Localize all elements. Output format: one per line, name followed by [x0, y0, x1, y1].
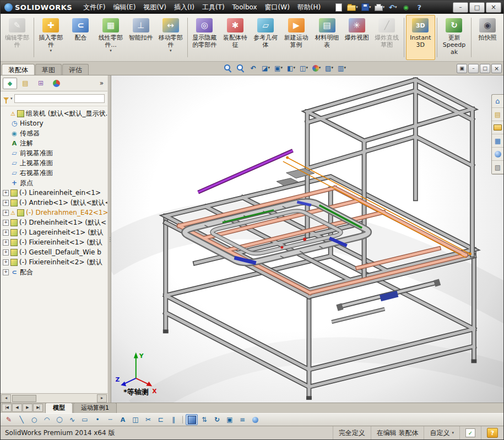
tree-item[interactable]: 上视基准面	[2, 158, 107, 168]
headsup-button[interactable]	[235, 63, 246, 73]
menu-item[interactable]: 插入(I)	[170, 1, 198, 14]
model-3d-view[interactable]: Y X Z	[111, 75, 503, 403]
panel-horizontal-scrollbar[interactable]	[1, 393, 107, 403]
model-tab-nav-button[interactable]	[12, 404, 22, 412]
statusbar-cell[interactable]: 在编辑 装配体	[371, 426, 424, 439]
ribbon-button[interactable]: 线性零部件...	[95, 15, 126, 60]
sketch-tool-button[interactable]	[41, 414, 53, 425]
tree-expand-toggle[interactable]	[3, 230, 9, 236]
tree-item[interactable]: History	[2, 118, 107, 128]
ribbon-button[interactable]	[187, 18, 188, 57]
panel-splitter[interactable]	[107, 75, 111, 403]
document-window-button[interactable]	[457, 64, 467, 73]
tree-item[interactable]: (-) Drehrahmen_E42<1>	[2, 208, 107, 218]
task-pane-button[interactable]	[492, 134, 503, 148]
model-tab-nav-button[interactable]	[33, 404, 43, 412]
featuremanager-tab[interactable]	[49, 78, 63, 89]
quick-tool-button[interactable]	[413, 2, 425, 13]
panel-overflow-chevron[interactable]: »	[98, 79, 105, 87]
sketch-tool-button[interactable]	[53, 414, 66, 425]
tree-expand-toggle[interactable]	[3, 200, 9, 206]
statusbar-cell[interactable]: 完全定义	[333, 426, 371, 439]
ribbon-button[interactable]: 材料明细表	[312, 15, 342, 60]
tree-expand-toggle[interactable]	[3, 190, 9, 196]
ribbon-button[interactable]	[437, 18, 437, 57]
tree-item[interactable]: 原点	[2, 178, 107, 188]
ribbon-button[interactable]: 插入零部件	[36, 15, 66, 60]
menu-item[interactable]: 工具(T)	[198, 1, 229, 14]
tree-item[interactable]: (-) Antrieb<1> (默认<默认<	[2, 198, 107, 208]
sketch-tool-button[interactable]	[79, 414, 91, 425]
ribbon-button[interactable]: 配合	[66, 15, 95, 60]
ribbon-button[interactable]	[471, 18, 472, 57]
sketch-tool-button[interactable]	[186, 414, 198, 425]
task-pane-button[interactable]	[492, 95, 503, 108]
tree-item[interactable]: 注解	[2, 138, 107, 148]
tree-item[interactable]: (-) Lagereinheit<1> (默认	[2, 227, 107, 237]
headsup-button[interactable]	[336, 63, 348, 73]
sketch-tool-button[interactable]	[142, 414, 154, 425]
task-pane-button[interactable]	[492, 161, 503, 174]
ribbon-button[interactable]: 编辑零部件	[2, 15, 32, 60]
featuremanager-tab[interactable]	[18, 78, 32, 89]
sketch-tool-button[interactable]	[104, 414, 116, 425]
sketch-tool-button[interactable]	[182, 416, 183, 423]
menu-item[interactable]: 窗口(W)	[261, 1, 294, 14]
quick-tool-button[interactable]	[346, 2, 359, 13]
model-tab-nav-button[interactable]	[23, 404, 32, 412]
tree-expand-toggle[interactable]	[3, 240, 9, 246]
sketch-tool-button[interactable]	[155, 414, 167, 425]
commandmanager-tab[interactable]: 评估	[62, 64, 89, 75]
ribbon-button[interactable]: 显示隐藏的零部件	[189, 15, 220, 60]
quick-tips-toggle[interactable]	[481, 426, 503, 439]
tree-item[interactable]: (-) Lineareinheit_ein<1>	[2, 188, 107, 198]
tree-item[interactable]: 前视基准面	[2, 148, 107, 158]
sketch-tool-button[interactable]	[167, 414, 180, 425]
headsup-button[interactable]	[298, 63, 310, 73]
quick-tool-button[interactable]	[360, 2, 372, 13]
window-control-button[interactable]	[453, 2, 468, 13]
ribbon-button[interactable]: 移动零部件	[156, 15, 186, 60]
quick-tool-button[interactable]	[333, 2, 345, 13]
window-control-button[interactable]	[486, 2, 501, 13]
headsup-button[interactable]	[247, 63, 259, 73]
ribbon-button[interactable]: 拍快照	[473, 15, 502, 60]
ribbon-button[interactable]: 智能扣件	[127, 15, 155, 60]
commandmanager-tab[interactable]: 装配体	[2, 64, 35, 75]
document-window-button[interactable]	[468, 64, 479, 73]
window-control-button[interactable]	[469, 2, 485, 13]
task-pane-button[interactable]	[492, 148, 503, 161]
filter-funnel-icon[interactable]	[3, 97, 9, 101]
ribbon-button[interactable]: Instant3D	[406, 15, 435, 60]
commandmanager-tab[interactable]: 草图	[35, 64, 62, 75]
ribbon-button[interactable]: 更新 Speedpak	[439, 15, 469, 60]
sketch-tool-button[interactable]	[236, 414, 248, 425]
quick-tool-button[interactable]	[387, 2, 399, 13]
tree-item[interactable]: (-) Fixiereinheit<1> (默认	[2, 237, 107, 247]
ribbon-button[interactable]: 新建运动算例	[281, 15, 311, 60]
headsup-button[interactable]	[273, 63, 284, 73]
sketch-tool-button[interactable]	[249, 414, 261, 425]
sketch-tool-button[interactable]	[129, 414, 142, 425]
sketch-tool-button[interactable]	[28, 414, 40, 425]
tree-item[interactable]: (-) Dreheinheit<1> (默认<	[2, 218, 107, 227]
tree-expand-toggle[interactable]	[3, 220, 9, 226]
model-tab[interactable]: 运动算例1	[73, 403, 117, 413]
headsup-button[interactable]	[222, 63, 234, 73]
tree-item[interactable]: (-) Gestell_Default_Wie b	[2, 247, 107, 257]
statusbar-status-ok[interactable]	[459, 426, 481, 439]
feature-filter-input[interactable]	[14, 94, 105, 103]
headsup-button[interactable]	[260, 63, 272, 73]
ribbon-button[interactable]: 爆炸视图	[343, 15, 371, 60]
filter-caret-icon[interactable]	[10, 97, 13, 101]
menu-item[interactable]: 文件(F)	[79, 1, 109, 14]
headsup-button[interactable]	[311, 63, 322, 73]
document-window-button[interactable]	[491, 64, 502, 73]
statusbar-cell[interactable]: 自定义	[424, 426, 459, 439]
ribbon-button[interactable]: 装配体特征	[220, 15, 250, 60]
document-window-button[interactable]	[480, 64, 490, 73]
menu-item[interactable]: Toolbox	[229, 2, 261, 13]
headsup-button[interactable]	[285, 63, 297, 73]
graphics-viewport[interactable]: Y X Z	[111, 75, 503, 403]
scrollbar-thumb[interactable]	[12, 395, 36, 402]
